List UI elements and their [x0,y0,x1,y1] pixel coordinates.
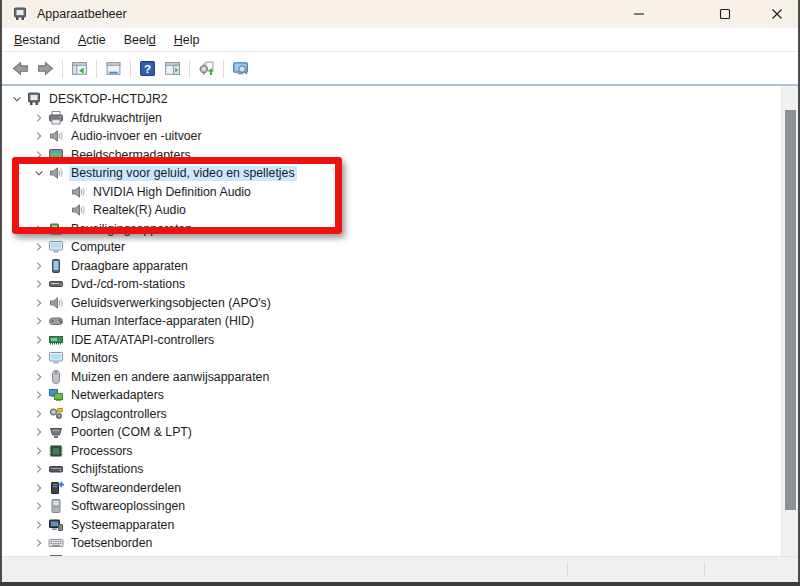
forward-button[interactable] [33,57,58,80]
tree-item[interactable]: Draagbare apparaten [2,257,781,276]
chevron-right-icon[interactable] [32,240,46,254]
tree-item[interactable]: Processors [2,442,781,461]
close-button[interactable] [756,0,798,28]
chevron-right-icon[interactable] [32,296,46,310]
menu-bestand[interactable]: Bestand [5,33,69,47]
menu-beeld[interactable]: Beeld [115,33,165,47]
tree-item[interactable]: Computer [2,238,781,257]
tree-item-label: Dvd-/cd-rom-stations [69,277,187,292]
scan-hardware-changes-button[interactable] [228,57,253,80]
network-icon [48,387,64,403]
chevron-right-icon[interactable] [32,351,46,365]
help-icon: ? [139,60,156,77]
menu-actie[interactable]: Actie [69,33,115,47]
tree-item[interactable]: Toetsenborden [2,534,781,553]
chevron-right-icon[interactable] [32,314,46,328]
monitor-icon [48,350,64,366]
speaker-icon [48,165,64,181]
tree-item-label: Monitors [69,351,120,366]
tree-item[interactable]: Monitors [2,349,781,368]
tree-item[interactable]: Dvd-/cd-rom-stations [2,275,781,294]
chevron-right-icon[interactable] [32,111,46,125]
chevron-right-icon[interactable] [32,370,46,384]
chevron-right-icon[interactable] [32,536,46,550]
tree-item-label: Besturing voor geluid, video en spelletj… [69,166,297,181]
action-pane-button[interactable] [160,57,185,80]
forward-arrow-icon [37,60,54,77]
back-button[interactable] [8,57,33,80]
action-pane-icon [164,60,181,77]
chevron-right-icon[interactable] [32,425,46,439]
tree-item[interactable]: Softwareonderdelen [2,479,781,498]
chevron-right-icon[interactable] [32,499,46,513]
window-border-left [0,0,2,586]
chevron-right-icon[interactable] [32,333,46,347]
tree-item-label: NVIDIA High Definition Audio [91,184,253,199]
tree-item-label: Softwareoplossingen [69,499,187,514]
chevron-right-icon[interactable] [32,148,46,162]
speaker-icon [48,128,64,144]
tree-item-label: Opslagcontrollers [69,406,169,421]
tree-item[interactable]: Beeldschermadapters [2,146,781,165]
console-tree-icon [71,60,88,77]
tree-item[interactable]: Opslagcontrollers [2,405,781,424]
show-console-tree-button[interactable] [67,57,92,80]
tree-item[interactable]: Poorten (COM & LPT) [2,423,781,442]
tree-item[interactable]: Systeemapparaten [2,516,781,535]
scrollbar-thumb[interactable] [785,110,796,510]
tree-item[interactable]: Netwerkadapters [2,386,781,405]
maximize-button[interactable] [704,0,746,28]
tree-item[interactable]: Human Interface-apparaten (HID) [2,312,781,331]
chevron-right-icon[interactable] [32,388,46,402]
help-button[interactable]: ? [135,57,160,80]
chevron-right-icon[interactable] [32,407,46,421]
system-icon [48,517,64,533]
chevron-down-icon[interactable] [10,92,24,106]
keyboard-icon [48,535,64,551]
tree-item[interactable]: NVIDIA High Definition Audio [2,183,781,202]
chevron-right-icon[interactable] [32,462,46,476]
statusbar-separator [567,562,568,577]
chevron-right-icon[interactable] [32,481,46,495]
tree-item[interactable]: Beveiligingsapparaten [2,220,781,239]
svg-text:?: ? [144,62,151,75]
statusbar [2,556,798,582]
chevron-right-icon[interactable] [32,259,46,273]
minimize-icon [633,8,645,20]
minimize-button[interactable] [618,0,660,28]
tree-item[interactable]: DESKTOP-HCTDJR2 [2,90,781,109]
tree-item[interactable]: Softwareoplossingen [2,497,781,516]
window-title: Apparaatbeheer [37,7,127,21]
menu-help[interactable]: Help [165,33,209,47]
tree-item[interactable]: Besturing voor geluid, video en spelletj… [2,164,781,183]
tree-item[interactable]: Realtek(R) Audio [2,201,781,220]
tree-item-label: Systeemapparaten [69,517,176,532]
tree-item-label: Geluidsverwerkingsobjecten (APO's) [69,295,273,310]
chevron-right-icon[interactable] [32,129,46,143]
toolbar-separator [189,60,190,78]
toolbar-separator [223,60,224,78]
update-driver-button[interactable] [194,57,219,80]
toolbar-separator [130,60,131,78]
chevron-right-icon[interactable] [32,444,46,458]
properties-button[interactable] [101,57,126,80]
tree-item[interactable]: Audio-invoer en -uitvoer [2,127,781,146]
tree-item[interactable]: Geluidsverwerkingsobjecten (APO's) [2,294,781,313]
chevron-right-icon[interactable] [32,277,46,291]
chevron-right-icon[interactable] [32,518,46,532]
tree-item-label: DESKTOP-HCTDJR2 [47,92,170,107]
tree-item[interactable]: Afdrukwachtrijen [2,109,781,128]
speaker-icon [70,202,86,218]
chevron-right-icon[interactable] [32,222,46,236]
mouse-icon [48,369,64,385]
printer-icon [48,110,64,126]
tree-item-label: Beeldschermadapters [69,147,193,162]
maximize-icon [719,8,731,20]
tree-item[interactable]: Muizen en andere aanwijsapparaten [2,368,781,387]
scan-hardware-icon [232,60,249,77]
tree-item-label: Toetsenborden [69,536,154,551]
chevron-down-icon[interactable] [32,166,46,180]
tree-item[interactable]: Schijfstations [2,460,781,479]
vertical-scrollbar[interactable] [781,86,798,556]
tree-item[interactable]: IDE ATA/ATAPI-controllers [2,331,781,350]
